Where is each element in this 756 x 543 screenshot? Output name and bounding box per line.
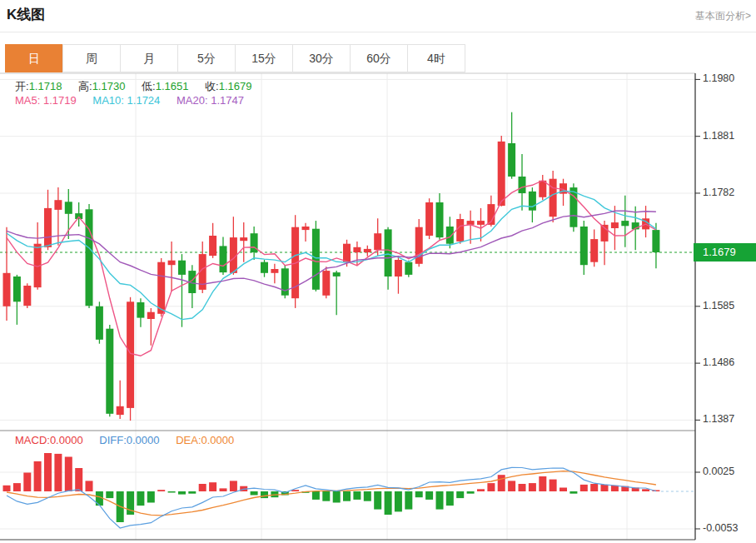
candle-body <box>446 227 454 244</box>
macd-histogram-bar <box>261 491 268 498</box>
dea-value: 0.0000 <box>201 434 235 446</box>
candle-body <box>96 306 103 340</box>
candle-body <box>436 202 444 237</box>
macd-legend: MACD:0.0000 DIFF:0.0000 DEA:0.0000 <box>15 434 247 446</box>
macd-histogram-bar <box>343 491 351 501</box>
macd-histogram-bar <box>137 491 144 506</box>
candle-body <box>385 229 392 276</box>
candle-body <box>611 222 619 228</box>
ohlc-legend: 开:1.1718 高:1.1730 低:1.1651 收:1.1679 <box>15 79 265 94</box>
macd-histogram-bar <box>498 475 505 491</box>
low-value: 1.1651 <box>156 80 189 92</box>
candle-body <box>590 239 598 262</box>
macd-histogram-bar <box>508 481 515 491</box>
candle-body <box>23 286 31 306</box>
macd-histogram-bar <box>539 476 546 491</box>
candle-body <box>529 192 536 211</box>
macd-histogram-bar <box>199 484 206 491</box>
macd-histogram-bar <box>75 468 82 491</box>
candle-body <box>240 237 247 241</box>
price-axis-label: 1.1585 <box>703 300 734 312</box>
candle-body <box>425 202 433 236</box>
macd-histogram-bar <box>415 491 423 497</box>
candle-body <box>498 142 505 206</box>
macd-histogram-bar <box>220 488 227 491</box>
candle-body <box>550 179 557 217</box>
diff-line <box>7 467 656 528</box>
ma10-label: MA10: <box>92 94 124 107</box>
current-price-badge: 1.1679 <box>694 243 756 262</box>
macd-histogram-bar <box>519 484 526 491</box>
macd-histogram-bar <box>569 491 577 494</box>
macd-histogram-bar <box>405 491 412 510</box>
candle-body <box>312 229 320 290</box>
macd-histogram-bar <box>178 491 186 495</box>
macd-histogram-bar <box>54 454 62 491</box>
candle-body <box>178 261 186 275</box>
candle-body <box>271 269 278 273</box>
candle-body <box>44 208 52 247</box>
macd-histogram-bar <box>642 489 649 491</box>
macd-histogram-bar <box>188 491 196 494</box>
macd-histogram-bar <box>209 482 216 491</box>
candle-body <box>168 261 176 266</box>
close-value: 1.1679 <box>219 80 252 92</box>
high-value: 1.1730 <box>92 80 126 92</box>
price-axis-label: 1.1881 <box>703 130 734 142</box>
open-value: 1.1718 <box>29 80 62 92</box>
macd-histogram-bar <box>467 491 475 494</box>
macd-histogram-bar <box>601 485 609 491</box>
candle-body <box>477 221 485 225</box>
candle-body <box>86 209 93 306</box>
candle-body <box>580 227 588 265</box>
macd-histogram-bar <box>322 491 330 501</box>
ma5-value: 1.1719 <box>43 94 77 107</box>
candle-body <box>137 302 144 318</box>
macd-axis-label: -0.0053 <box>703 522 738 535</box>
diff-value: 0.0000 <box>127 434 160 446</box>
dea-line <box>7 471 656 516</box>
ma20-label: MA20: <box>177 94 208 107</box>
macd-histogram-bar <box>168 491 176 493</box>
macd-histogram-bar <box>23 473 31 492</box>
macd-histogram-bar <box>86 481 93 491</box>
candle-body <box>343 244 351 262</box>
candle-body <box>374 233 381 250</box>
macd-axis-label: 0.0025 <box>703 466 734 478</box>
ma20-value: 1.1747 <box>211 94 244 107</box>
candle-body <box>3 273 11 306</box>
candle-body <box>209 236 216 256</box>
macd-histogram-bar <box>251 491 258 496</box>
candle-body <box>65 202 72 213</box>
candle-body <box>322 271 330 296</box>
macd-value: 0.0000 <box>50 434 83 446</box>
macd-histogram-bar <box>106 491 113 498</box>
candle-body <box>13 276 21 301</box>
candle-body <box>302 227 310 230</box>
candle-body <box>54 200 62 210</box>
candle-body <box>569 187 577 227</box>
candle-body <box>106 329 113 414</box>
macd-histogram-bar <box>13 483 21 491</box>
candle-body <box>353 247 361 252</box>
close-label: 收: <box>205 80 219 92</box>
macd-histogram-bar <box>446 491 454 506</box>
candle-body <box>405 262 412 275</box>
macd-histogram-bar <box>44 453 52 491</box>
macd-histogram-bar <box>456 491 464 498</box>
macd-histogram-bar <box>374 491 381 510</box>
macd-label: MACD: <box>15 434 50 446</box>
price-axis-label: 1.1782 <box>703 187 734 199</box>
candle-body <box>261 262 268 273</box>
candle-body <box>117 406 124 415</box>
macd-histogram-bar <box>550 480 557 491</box>
macd-histogram-bar <box>590 484 598 491</box>
ma20-line <box>7 211 656 291</box>
price-axis-label: 1.1486 <box>703 356 734 369</box>
macd-histogram-bar <box>560 488 567 492</box>
candle-body <box>147 312 155 319</box>
macd-histogram-bar <box>157 490 165 491</box>
high-label: 高: <box>78 80 92 92</box>
candle-body <box>652 230 659 252</box>
candle-body <box>333 272 341 276</box>
